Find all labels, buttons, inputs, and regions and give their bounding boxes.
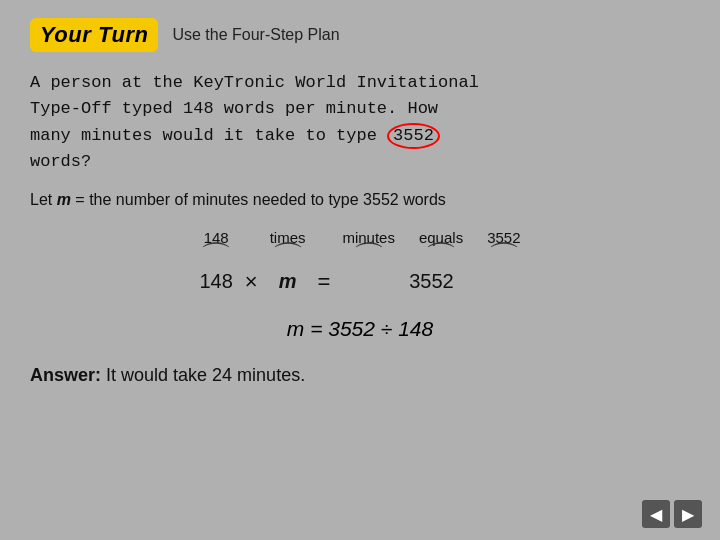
highlight-3552: 3552	[387, 123, 440, 149]
problem-line2: Type-Off typed 148 words per minute. How	[30, 99, 438, 118]
op-equals: =	[312, 269, 337, 295]
nav-back-button[interactable]: ◀	[642, 500, 670, 528]
answer-text: It would take 24 minutes.	[106, 365, 305, 385]
answer-label: Answer:	[30, 365, 101, 385]
eq-table: 148 times minutes equals 3552 ⌒ ⌒ ⌒ ⌒	[193, 229, 526, 294]
brace-minutes: ⌒	[336, 246, 401, 268]
brace-3552: ⌒	[481, 246, 526, 268]
problem-line1: A person at the KeyTronic World Invitati…	[30, 73, 479, 92]
answer-line: Answer: It would take 24 minutes.	[30, 365, 690, 386]
brace-148: ⌒	[193, 246, 238, 268]
nav-forward-button[interactable]: ▶	[674, 500, 702, 528]
nav-arrows: ◀ ▶	[642, 500, 702, 528]
brace-times: ⌒	[264, 246, 312, 268]
problem-line4: words?	[30, 152, 91, 171]
formula-text: m = 3552 ÷ 148	[287, 317, 433, 340]
let-statement: Let m = the number of minutes needed to …	[30, 191, 690, 209]
val-148: 148	[193, 269, 238, 295]
brace-equals: ⌒	[413, 246, 469, 268]
slide: Your Turn Use the Four-Step Plan A perso…	[0, 0, 720, 540]
problem-line3: many minutes would it take to type 3552	[30, 126, 440, 145]
your-turn-badge: Your Turn	[30, 18, 158, 52]
subtitle: Use the Four-Step Plan	[172, 26, 339, 44]
problem-text: A person at the KeyTronic World Invitati…	[30, 70, 690, 175]
val-m: m	[264, 269, 312, 295]
op-times: ×	[239, 269, 264, 295]
formula: m = 3552 ÷ 148	[30, 317, 690, 341]
equation-section: 148 times minutes equals 3552 ⌒ ⌒ ⌒ ⌒	[30, 229, 690, 294]
header: Your Turn Use the Four-Step Plan	[30, 18, 690, 52]
